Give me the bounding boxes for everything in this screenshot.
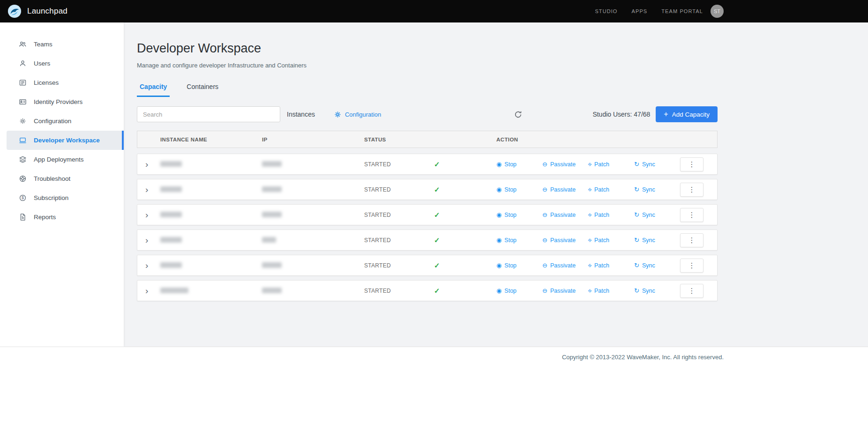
sidebar-item-label: Configuration [34,118,71,125]
passivate-action[interactable]: ⊖Passivate [542,262,588,269]
passivate-action[interactable]: ⊖Passivate [542,212,588,218]
troubleshoot-icon [19,175,27,183]
brand-name: Launchpad [27,7,67,16]
status-text: STARTED [364,161,391,168]
passivate-label: Passivate [550,186,576,193]
refresh-button[interactable] [514,111,522,118]
expand-row-icon[interactable]: › [145,210,148,220]
sync-action[interactable]: ↻Sync [634,212,680,218]
sidebar-item-label: Subscription [34,194,68,201]
patch-label: Patch [594,186,609,193]
passivate-icon: ⊖ [542,262,547,268]
topbar-link-apps[interactable]: APPS [632,8,648,14]
tab-containers[interactable]: Containers [184,81,221,97]
sync-action[interactable]: ↻Sync [634,262,680,269]
passivate-action[interactable]: ⊖Passivate [542,237,588,244]
patch-action[interactable]: ≡Patch [588,288,634,294]
passivate-icon: ⊖ [542,186,547,192]
main-content: Developer Workspace Manage and configure… [124,22,868,347]
row-more-button[interactable]: ⋮ [680,157,703,171]
header-action: ACTION [494,137,717,142]
expand-row-icon[interactable]: › [145,235,148,245]
app-deployments-icon [19,155,27,163]
status-text: STARTED [364,262,391,269]
page-subtitle: Manage and configure developer Infrastru… [137,62,718,69]
patch-action[interactable]: ≡Patch [588,161,634,168]
row-more-button[interactable]: ⋮ [680,284,703,298]
expand-row-icon[interactable]: › [145,159,148,169]
passivate-action[interactable]: ⊖Passivate [542,161,588,168]
patch-label: Patch [594,212,609,218]
expand-row-icon[interactable]: › [145,260,148,270]
sidebar-item-configuration[interactable]: Configuration [7,111,124,131]
header-instance-name: INSTANCE NAME [158,137,260,142]
row-more-button[interactable]: ⋮ [680,259,703,273]
row-more-button[interactable]: ⋮ [680,208,703,222]
status-check-icon: ✓ [434,236,440,244]
instance-name-redacted [160,288,188,293]
patch-action[interactable]: ≡Patch [588,186,634,193]
sync-icon: ↻ [634,262,639,268]
sync-label: Sync [642,161,655,168]
topbar-nav: STUDIOAPPSTEAM PORTAL [595,8,703,14]
stop-action[interactable]: ◉Stop [496,161,542,168]
passivate-icon: ⊖ [542,161,547,167]
stop-action[interactable]: ◉Stop [496,237,542,244]
instance-name-redacted [160,262,182,268]
patch-action[interactable]: ≡Patch [588,212,634,218]
topbar-link-studio[interactable]: STUDIO [595,8,617,14]
stop-icon: ◉ [496,161,501,167]
passivate-label: Passivate [550,237,576,244]
search-input[interactable] [137,106,280,122]
sidebar-item-developer-workspace[interactable]: Developer Workspace [7,131,124,150]
sidebar-item-label: Troubleshoot [34,175,70,182]
user-avatar[interactable]: ST [711,5,724,18]
stop-icon: ◉ [496,237,501,243]
sync-action[interactable]: ↻Sync [634,237,680,244]
add-capacity-button[interactable]: + Add Capacity [656,106,718,122]
stop-label: Stop [504,186,516,193]
instance-ip-redacted [262,186,282,192]
patch-action[interactable]: ≡Patch [588,262,634,269]
passivate-action[interactable]: ⊖Passivate [542,186,588,193]
expand-row-icon[interactable]: › [145,185,148,194]
passivate-icon: ⊖ [542,288,547,294]
sidebar-item-label: Users [34,60,50,67]
gear-icon [334,111,342,118]
stop-action[interactable]: ◉Stop [496,262,542,269]
more-icon: ⋮ [688,287,696,295]
sidebar-item-users[interactable]: Users [7,54,124,73]
sidebar-item-label: Reports [34,214,56,221]
topbar-link-team-portal[interactable]: TEAM PORTAL [661,8,703,14]
licenses-icon [19,79,27,87]
more-icon: ⋮ [688,185,696,194]
tab-capacity[interactable]: Capacity [137,81,170,97]
sync-action[interactable]: ↻Sync [634,288,680,294]
sidebar-item-reports[interactable]: Reports [7,207,124,227]
stop-action[interactable]: ◉Stop [496,186,542,193]
sync-icon: ↻ [634,288,639,294]
app-root: Launchpad STUDIOAPPSTEAM PORTAL ST Teams… [0,0,868,444]
sidebar-item-app-deployments[interactable]: App Deployments [7,150,124,169]
sidebar-item-licenses[interactable]: Licenses [7,73,124,92]
sync-action[interactable]: ↻Sync [634,186,680,193]
patch-action[interactable]: ≡Patch [588,237,634,244]
expand-row-icon[interactable]: › [145,286,148,296]
stop-label: Stop [504,161,516,168]
copyright-text: Copyright © 2013-2022 WaveMaker, Inc. Al… [562,354,724,361]
sidebar: TeamsUsersLicensesIdentity ProvidersConf… [0,22,124,347]
row-more-button[interactable]: ⋮ [680,233,703,247]
sidebar-item-subscription[interactable]: $Subscription [7,188,124,207]
sidebar-item-troubleshoot[interactable]: Troubleshoot [7,169,124,188]
configuration-link[interactable]: Configuration [334,111,381,118]
more-icon: ⋮ [688,236,696,244]
stop-label: Stop [504,288,516,294]
passivate-action[interactable]: ⊖Passivate [542,288,588,294]
stop-icon: ◉ [496,262,501,268]
row-more-button[interactable]: ⋮ [680,183,703,197]
sidebar-item-identity-providers[interactable]: Identity Providers [7,92,124,111]
stop-action[interactable]: ◉Stop [496,288,542,294]
sync-action[interactable]: ↻Sync [634,161,680,168]
stop-action[interactable]: ◉Stop [496,212,542,218]
sidebar-item-teams[interactable]: Teams [7,35,124,54]
